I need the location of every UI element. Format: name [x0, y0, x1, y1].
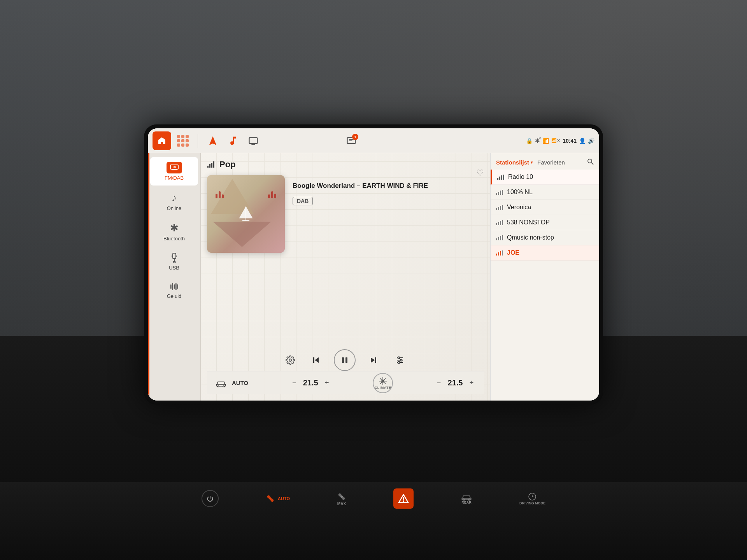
- svg-point-38: [398, 357, 400, 359]
- svg-rect-55: [496, 193, 497, 195]
- station-item-qmusic[interactable]: Qmusic non-stop: [491, 230, 599, 245]
- svg-point-43: [223, 386, 224, 387]
- svg-rect-58: [502, 190, 503, 195]
- svg-rect-56: [498, 192, 499, 195]
- online-icon: ♪: [172, 192, 177, 204]
- play-pause-button[interactable]: [334, 349, 356, 371]
- auto-label: AUTO: [232, 380, 248, 386]
- car-icon: [215, 379, 227, 387]
- signal-bars-icon: [207, 161, 216, 168]
- chevron-down-icon: ▾: [531, 160, 533, 164]
- svg-rect-64: [498, 222, 499, 225]
- station-list: Radio 10 100% NL: [491, 170, 599, 401]
- sidebar-online-label: Online: [167, 205, 182, 211]
- dab-badge: DAB: [293, 197, 313, 205]
- hazard-button[interactable]: [393, 488, 414, 509]
- svg-rect-61: [500, 206, 501, 210]
- notification-button[interactable]: 1: [343, 132, 360, 149]
- bottom-controls: AUTO MAX: [202, 488, 545, 509]
- prev-button[interactable]: [307, 352, 324, 369]
- settings-button[interactable]: [282, 352, 298, 368]
- rear-button[interactable]: REAR: [460, 493, 473, 504]
- sidebar-item-usb[interactable]: USB: [150, 248, 198, 275]
- signal-icon: [497, 174, 504, 180]
- svg-rect-23: [211, 163, 212, 168]
- svg-rect-68: [498, 237, 499, 240]
- station-name-100nl: 100% NL: [507, 189, 533, 196]
- sidebar-fmdab-label: FM/DAB: [165, 175, 184, 181]
- sidebar-item-bluetooth[interactable]: ✱ Bluetooth: [150, 217, 198, 246]
- favorite-button[interactable]: ♡: [476, 168, 484, 178]
- next-button[interactable]: [365, 352, 382, 369]
- fan-icon-bottom: [265, 494, 275, 504]
- climate-bar: AUTO − 21.5 +: [207, 371, 484, 394]
- sidebar-geluid-label: Geluid: [167, 293, 182, 299]
- max-fan-button[interactable]: MAX: [337, 492, 347, 506]
- apps-button[interactable]: [174, 132, 191, 149]
- equalizer-button[interactable]: [391, 352, 409, 369]
- svg-rect-67: [496, 238, 497, 240]
- svg-rect-69: [500, 236, 501, 240]
- station-name-veronica: Veronica: [507, 204, 531, 211]
- climate-button[interactable]: CLIMATE: [373, 373, 393, 393]
- station-item-538nonstop[interactable]: 538 NONSTOP: [491, 215, 599, 230]
- svg-rect-59: [496, 208, 497, 210]
- left-temp-plus[interactable]: +: [322, 378, 331, 388]
- svg-rect-73: [500, 251, 501, 256]
- svg-line-50: [591, 163, 593, 164]
- status-bar: 🔒 ✱ ✕ 📶 📶✕ 10:41 👤 🔊: [526, 137, 594, 144]
- sidebar: FM/DAB ♪ Online ✱ Bluetooth: [148, 153, 201, 401]
- user-icon: 👤: [579, 138, 586, 144]
- station-item-joe[interactable]: JOE: [491, 245, 599, 261]
- track-title: Boogie Wonderland – EARTH WIND & FIRE: [293, 181, 484, 191]
- station-item-veronica[interactable]: Veronica: [491, 200, 599, 215]
- driving-mode-label: DRIVING MODE: [519, 501, 545, 505]
- sidebar-item-fmdab[interactable]: FM/DAB: [150, 157, 198, 186]
- playback-controls: [207, 349, 484, 371]
- right-temp-minus[interactable]: −: [434, 378, 444, 388]
- svg-rect-31: [342, 357, 344, 363]
- svg-rect-52: [499, 177, 500, 180]
- fan-auto-button[interactable]: AUTO: [265, 494, 290, 504]
- power-button[interactable]: [202, 490, 219, 507]
- home-button[interactable]: [153, 131, 171, 150]
- sidebar-item-online[interactable]: ♪ Online: [150, 187, 198, 216]
- svg-rect-24: [213, 161, 214, 168]
- signal-icon-qmusic: [496, 235, 503, 240]
- stationslijst-button[interactable]: Stationslijst ▾: [496, 159, 533, 166]
- svg-rect-74: [502, 250, 503, 256]
- rear-label: REAR: [461, 500, 472, 504]
- station-item-radio10[interactable]: Radio 10: [491, 170, 599, 185]
- phone-display-button[interactable]: [245, 132, 262, 149]
- left-temp-value: 21.5: [302, 378, 319, 387]
- sidebar-bluetooth-label: Bluetooth: [163, 236, 185, 242]
- search-button[interactable]: [587, 158, 594, 166]
- left-temp-control: − 21.5 +: [289, 378, 331, 388]
- sidebar-item-geluid[interactable]: Geluid: [150, 277, 198, 304]
- right-temp-plus[interactable]: +: [467, 378, 476, 388]
- station-item-100nl[interactable]: 100% NL: [491, 185, 599, 200]
- nav-left: 1: [153, 131, 360, 150]
- car-surround: 1 🔒 ✱ ✕ 📶 📶✕ 10:4: [0, 0, 747, 560]
- music-button[interactable]: [224, 132, 242, 149]
- svg-rect-65: [500, 221, 501, 225]
- left-temp-minus[interactable]: −: [289, 378, 299, 388]
- right-temp-control: − 21.5 +: [434, 378, 476, 388]
- svg-point-39: [400, 359, 402, 361]
- station-list-panel: Stationslijst ▾ Favorieten: [490, 153, 599, 401]
- favorieten-button[interactable]: Favorieten: [537, 159, 565, 166]
- sidebar-usb-label: USB: [169, 265, 179, 271]
- navigation-button[interactable]: [204, 132, 221, 149]
- svg-point-40: [398, 362, 400, 364]
- svg-point-79: [403, 501, 404, 502]
- station-name-qmusic: Qmusic non-stop: [507, 234, 554, 241]
- driving-mode-button[interactable]: DRIVING MODE: [519, 492, 545, 505]
- player-area: ♡ Boogie Wonderland – EARTH WIND & FIRE …: [207, 175, 484, 343]
- signal-icon-joe: [496, 250, 503, 256]
- album-art: [207, 175, 285, 253]
- right-temp-value: 21.5: [447, 378, 464, 387]
- signal-x-icon: 📶✕: [551, 138, 560, 143]
- climate-label: CLIMATE: [375, 386, 391, 390]
- svg-rect-34: [375, 357, 376, 363]
- main-content: FM/DAB ♪ Online ✱ Bluetooth: [148, 153, 599, 401]
